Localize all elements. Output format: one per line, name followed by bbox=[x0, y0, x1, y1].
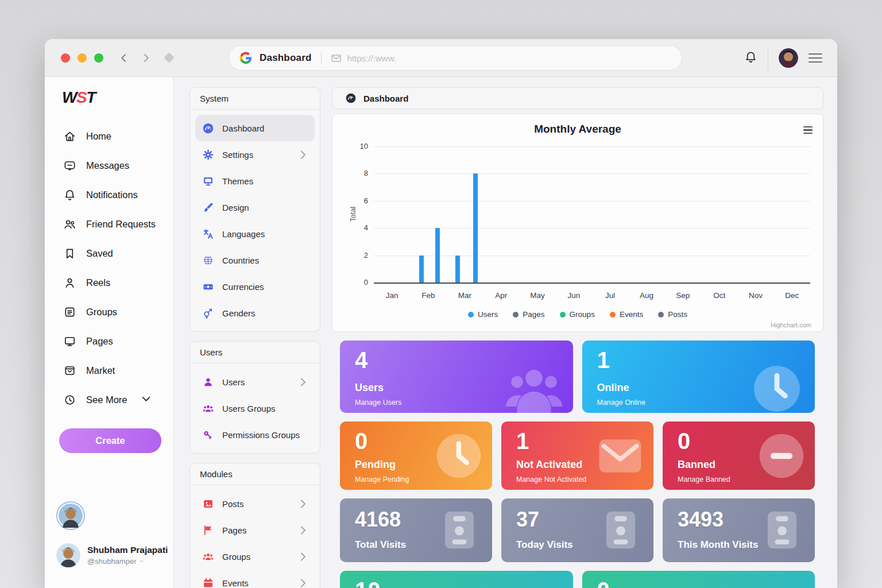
list-document-icon bbox=[63, 305, 76, 319]
chart-credit[interactable]: Highchart.com bbox=[771, 322, 811, 328]
nav-item-posts[interactable]: Posts bbox=[195, 490, 315, 517]
nav-item-permissions-groups[interactable]: Permissions Groups bbox=[195, 421, 315, 448]
stat-sublabel: Manage Users bbox=[355, 399, 401, 407]
chart-y-tick: 0 bbox=[346, 278, 368, 287]
stat-card-total-visits[interactable]: 4168 Total Visits bbox=[340, 498, 492, 562]
modules-panel: Modules Posts Pages Groups bbox=[189, 463, 320, 588]
legend-item-groups[interactable]: Groups bbox=[560, 310, 595, 319]
minimize-window-button[interactable] bbox=[78, 53, 87, 63]
sidebar-item-notifications[interactable]: Notifications bbox=[45, 180, 173, 210]
forward-icon[interactable] bbox=[140, 52, 152, 64]
users-panel-title: Users bbox=[190, 342, 320, 363]
stat-label: Online bbox=[597, 382, 629, 394]
legend-dot bbox=[513, 312, 519, 318]
sidebar-item-home[interactable]: Home bbox=[45, 122, 173, 151]
legend-item-users[interactable]: Users bbox=[468, 310, 498, 319]
legend-item-pages[interactable]: Pages bbox=[513, 310, 544, 319]
stat-card-green-right[interactable]: 0 bbox=[582, 571, 815, 588]
sidebar-item-see-more[interactable]: See More bbox=[45, 385, 173, 415]
chart-x-tick: Oct bbox=[705, 291, 734, 300]
bell-icon bbox=[63, 188, 76, 202]
stat-label: This Month Visits bbox=[678, 539, 758, 551]
create-button[interactable]: Create bbox=[59, 428, 161, 453]
browser-chrome: Dashboard https://:www. bbox=[45, 39, 837, 77]
back-icon[interactable] bbox=[118, 52, 130, 64]
zoom-window-button[interactable] bbox=[94, 53, 103, 63]
banknote-icon bbox=[202, 281, 214, 293]
sidebar-item-groups[interactable]: Groups bbox=[45, 297, 173, 327]
profile-avatar bbox=[56, 543, 80, 567]
stat-card-users[interactable]: 4 Users Manage Users bbox=[340, 341, 573, 413]
chart-card: Monthly Average Total 1086420JanFebMarAp… bbox=[332, 114, 823, 332]
nav-panels-column: System Dashboard Settings Themes De bbox=[189, 87, 320, 588]
modules-panel-title: Modules bbox=[190, 463, 320, 485]
address-bar[interactable]: Dashboard https://:www. bbox=[229, 45, 682, 71]
nav-item-languages[interactable]: Languages bbox=[195, 220, 315, 247]
sidebar-item-saved[interactable]: Saved bbox=[45, 239, 173, 268]
legend-item-events[interactable]: Events bbox=[610, 310, 643, 319]
nav-item-events[interactable]: Events bbox=[195, 570, 315, 588]
nav-item-pages-module[interactable]: Pages bbox=[195, 517, 315, 543]
home-icon bbox=[63, 130, 76, 143]
profile-card[interactable]: Shubham Prajapati @shubhamper bbox=[56, 543, 168, 567]
nav-item-groups-module[interactable]: Groups bbox=[195, 543, 315, 570]
nav-item-users[interactable]: Users bbox=[195, 369, 315, 395]
nav-item-design[interactable]: Design bbox=[195, 194, 315, 220]
sidebar-item-messages[interactable]: Messages bbox=[45, 151, 173, 180]
left-sidebar: WST Home Messages Notifications Friend R… bbox=[45, 77, 173, 588]
image-icon bbox=[202, 498, 214, 510]
account-avatar[interactable] bbox=[779, 48, 798, 68]
nav-item-genders[interactable]: Genders bbox=[195, 300, 315, 326]
stat-card-pending[interactable]: 0 Pending Manage Pending bbox=[340, 421, 492, 490]
legend-item-posts[interactable]: Posts bbox=[658, 310, 687, 319]
close-window-button[interactable] bbox=[61, 53, 70, 63]
stat-value: 0 bbox=[597, 578, 815, 588]
legend-dot bbox=[560, 312, 566, 318]
clock-icon bbox=[749, 361, 804, 413]
sidebar-item-market[interactable]: Market bbox=[45, 356, 173, 385]
stat-card-month-visits[interactable]: 3493 This Month Visits bbox=[663, 498, 815, 562]
chart-gridline bbox=[374, 283, 810, 284]
stat-sublabel: Manage Banned bbox=[678, 475, 730, 483]
chart-x-tick: Aug bbox=[632, 291, 661, 300]
sidebar-item-pages[interactable]: Pages bbox=[45, 327, 173, 356]
url-text: https://:www. bbox=[347, 53, 396, 63]
extension-icon[interactable] bbox=[164, 52, 174, 63]
gear-icon bbox=[202, 149, 214, 161]
users-group-icon bbox=[202, 551, 214, 563]
stat-label: Banned bbox=[678, 459, 715, 471]
nav-item-currencies[interactable]: Currencies bbox=[195, 273, 315, 300]
chrome-divider bbox=[768, 47, 768, 69]
stat-card-banned[interactable]: 0 Banned Manage Banned bbox=[663, 421, 815, 490]
nav-item-settings[interactable]: Settings bbox=[195, 141, 315, 168]
nav-item-themes[interactable]: Themes bbox=[195, 168, 315, 194]
nav-item-dashboard[interactable]: Dashboard bbox=[195, 115, 315, 141]
system-panel-title: System bbox=[190, 88, 320, 110]
tab-title: Dashboard bbox=[260, 52, 312, 64]
chart-bar bbox=[435, 228, 440, 283]
chart-x-tick: Jul bbox=[596, 291, 625, 300]
chevron-right-icon bbox=[297, 524, 309, 536]
globe-icon bbox=[202, 254, 214, 266]
chart-gridline bbox=[374, 146, 810, 147]
sidebar-item-reels[interactable]: Reels bbox=[45, 268, 173, 297]
flag-icon bbox=[202, 524, 214, 536]
menu-hamburger-icon[interactable] bbox=[808, 51, 822, 65]
chevron-down-icon bbox=[139, 559, 144, 564]
stat-card-online[interactable]: 1 Online Manage Online bbox=[582, 341, 815, 413]
key-icon bbox=[202, 429, 214, 441]
profile-handle: @shubhamper bbox=[87, 557, 136, 566]
stat-sublabel: Manage Online bbox=[597, 399, 646, 407]
chevron-right-icon bbox=[297, 376, 309, 388]
notifications-bell-icon[interactable] bbox=[744, 51, 757, 66]
stat-card-today-visits[interactable]: 37 Today Visits bbox=[501, 498, 653, 562]
nav-item-countries[interactable]: Countries bbox=[195, 247, 315, 273]
legend-dot bbox=[610, 312, 616, 318]
stat-card-not-activated[interactable]: 1 Not Activated Manage Not Activated bbox=[501, 421, 653, 490]
story-avatar[interactable] bbox=[56, 501, 85, 530]
monitor-icon bbox=[63, 335, 76, 348]
sidebar-item-friend-requests[interactable]: Friend Requests bbox=[45, 210, 173, 239]
chart-x-tick: Dec bbox=[777, 291, 806, 300]
stat-card-green-left[interactable]: 10 bbox=[340, 571, 573, 588]
nav-item-users-groups[interactable]: Users Groups bbox=[195, 395, 315, 421]
